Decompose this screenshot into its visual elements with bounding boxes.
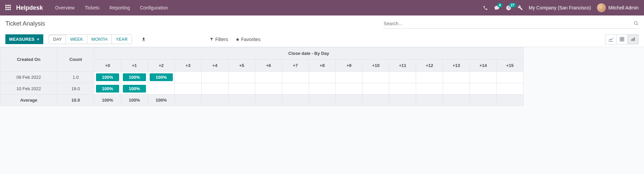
scale-month[interactable]: MONTH	[87, 35, 112, 44]
header-day-15[interactable]: +15	[497, 60, 524, 72]
favorites-menu[interactable]: Favorites	[236, 37, 261, 42]
cell-created-on[interactable]: 09 Feb 2022	[0, 72, 57, 83]
filters-label: Filters	[215, 37, 228, 42]
cell-day-1[interactable]: 100%	[121, 72, 148, 83]
header-day-9[interactable]: +9	[336, 60, 362, 72]
cell-day-15	[497, 83, 524, 95]
header-day-3[interactable]: +3	[175, 60, 201, 72]
cell-day-2[interactable]: 100%	[148, 72, 175, 83]
user-menu[interactable]: Mitchell Admin	[597, 3, 639, 12]
cell-average-day-12	[416, 95, 443, 106]
view-graph-button[interactable]	[605, 34, 616, 44]
cell-day-14	[470, 72, 497, 83]
table-row-average: Average10.0100%100%100%	[0, 95, 524, 106]
cell-average-day-0: 100%	[94, 95, 121, 106]
cell-day-3	[175, 83, 201, 95]
user-name: Mitchell Admin	[608, 5, 639, 10]
cell-day-0[interactable]: 100%	[94, 83, 121, 95]
header-group: Close date - By Day	[94, 47, 524, 60]
header-day-7[interactable]: +7	[282, 60, 309, 72]
menu-overview[interactable]: Overview	[55, 5, 75, 10]
apps-icon[interactable]	[5, 5, 11, 11]
cell-day-8	[309, 72, 336, 83]
activities-icon[interactable]: 27	[506, 5, 511, 11]
search-icon[interactable]	[634, 21, 639, 26]
cell-created-on[interactable]: 10 Feb 2022	[0, 83, 57, 95]
cohort-table: Created On Count Close date - By Day +0+…	[0, 47, 524, 106]
cell-average-day-11	[389, 95, 416, 106]
control-panel-bottom: MEASURES ▼ DAY WEEK MONTH YEAR Filters F…	[0, 32, 644, 47]
cell-average-day-9	[336, 95, 362, 106]
cell-average-day-13	[443, 95, 470, 106]
cell-day-1[interactable]: 100%	[121, 83, 148, 95]
cell-day-13	[443, 72, 470, 83]
cell-count[interactable]: 1.0	[57, 72, 94, 83]
filters-menu[interactable]: Filters	[210, 37, 228, 42]
cell-count[interactable]: 19.0	[57, 83, 94, 95]
cohort-pill: 100%	[96, 85, 119, 93]
cell-day-0[interactable]: 100%	[94, 72, 121, 83]
measures-label: MEASURES	[9, 37, 35, 42]
cohort-table-wrap: Created On Count Close date - By Day +0+…	[0, 47, 644, 106]
company-switcher[interactable]: My Company (San Francisco)	[529, 5, 591, 10]
cell-day-9	[336, 72, 362, 83]
header-day-10[interactable]: +10	[362, 60, 389, 72]
search-options: Filters Favorites	[210, 37, 260, 42]
table-row: 09 Feb 20221.0100%100%100%	[0, 72, 524, 83]
header-day-12[interactable]: +12	[416, 60, 443, 72]
cell-day-3	[175, 72, 201, 83]
activities-badge: 27	[509, 3, 516, 7]
cohort-avg-value: 100%	[156, 96, 167, 105]
cohort-pill: 100%	[150, 73, 173, 81]
cell-day-4	[201, 83, 228, 95]
cell-average-day-4	[201, 95, 228, 106]
download-icon[interactable]	[141, 37, 146, 42]
header-day-8[interactable]: +8	[309, 60, 336, 72]
search-box[interactable]	[384, 19, 639, 29]
avatar	[597, 3, 606, 12]
cell-day-5	[228, 72, 255, 83]
cell-day-6	[255, 72, 282, 83]
menu-tickets[interactable]: Tickets	[85, 5, 99, 10]
cell-average-label: Average	[0, 95, 57, 106]
header-day-6[interactable]: +6	[255, 60, 282, 72]
svg-rect-3	[620, 37, 624, 41]
debug-icon[interactable]	[517, 5, 523, 10]
favorites-label: Favorites	[241, 37, 261, 42]
messages-icon[interactable]: 4	[494, 5, 500, 11]
cell-day-9	[336, 83, 362, 95]
cohort-avg-value: 100%	[129, 96, 140, 105]
company-name: My Company (San Francisco)	[529, 5, 591, 10]
svg-rect-8	[631, 39, 632, 41]
cohort-pill: 100%	[123, 85, 146, 93]
cell-day-12	[416, 83, 443, 95]
table-row: 10 Feb 202219.0100%100%	[0, 83, 524, 95]
header-count[interactable]: Count	[57, 47, 94, 72]
header-day-13[interactable]: +13	[443, 60, 470, 72]
search-input[interactable]	[384, 21, 634, 26]
header-day-14[interactable]: +14	[470, 60, 497, 72]
measures-button[interactable]: MEASURES ▼	[5, 34, 43, 44]
cell-average-day-3	[175, 95, 201, 106]
header-created-on[interactable]: Created On	[0, 47, 57, 72]
view-pivot-button[interactable]	[616, 34, 628, 44]
phone-icon[interactable]	[483, 5, 488, 10]
header-day-1[interactable]: +1	[121, 60, 148, 72]
app-brand[interactable]: Helpdesk	[16, 4, 43, 11]
cell-day-6	[255, 83, 282, 95]
cell-average-day-15	[497, 95, 524, 106]
cell-average-day-7	[282, 95, 309, 106]
header-day-5[interactable]: +5	[228, 60, 255, 72]
header-day-0[interactable]: +0	[94, 60, 121, 72]
menu-configuration[interactable]: Configuration	[140, 5, 168, 10]
scale-day[interactable]: DAY	[49, 35, 66, 44]
header-day-2[interactable]: +2	[148, 60, 175, 72]
header-day-4[interactable]: +4	[201, 60, 228, 72]
messages-badge: 4	[497, 3, 503, 7]
cell-average-day-5	[228, 95, 255, 106]
menu-reporting[interactable]: Reporting	[109, 5, 130, 10]
scale-year[interactable]: YEAR	[112, 35, 132, 44]
header-day-11[interactable]: +11	[389, 60, 416, 72]
view-cohort-button[interactable]	[627, 34, 639, 44]
scale-week[interactable]: WEEK	[66, 35, 87, 44]
